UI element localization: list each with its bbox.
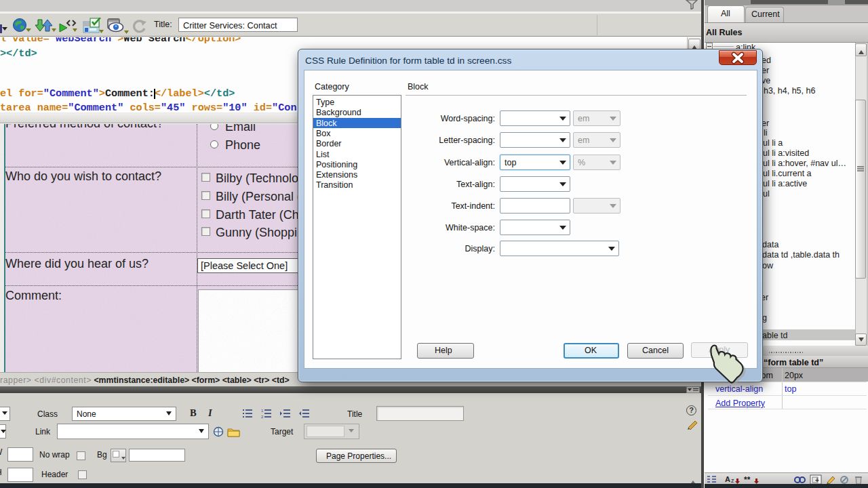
svg-text:1: 1 xyxy=(261,409,264,413)
svg-text:+: + xyxy=(815,476,819,484)
svg-text:A: A xyxy=(725,475,730,483)
svg-text:z: z xyxy=(731,477,734,484)
svg-text:**: ** xyxy=(744,475,751,484)
svg-text:2: 2 xyxy=(261,415,264,419)
